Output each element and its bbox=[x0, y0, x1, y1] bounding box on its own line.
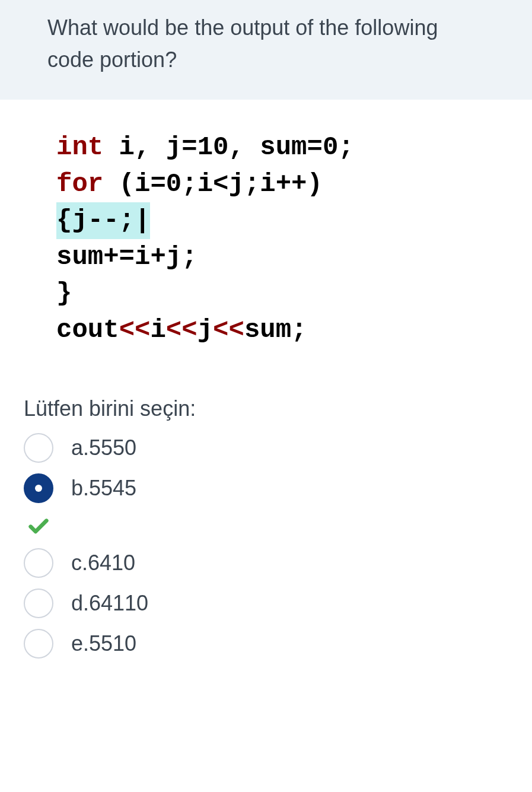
code-text: } bbox=[56, 278, 72, 308]
option-c[interactable]: c.6410 bbox=[24, 548, 508, 578]
option-e[interactable]: e.5510 bbox=[24, 629, 508, 659]
radio-a[interactable] bbox=[24, 433, 53, 463]
code-operator: << bbox=[166, 315, 197, 345]
option-label-e: e.5510 bbox=[71, 631, 136, 656]
radio-c[interactable] bbox=[24, 548, 53, 578]
code-block: int i, j=10, sum=0; for (i=0;i<j;i++) {j… bbox=[47, 117, 502, 361]
code-highlighted: {j--;| bbox=[56, 202, 150, 239]
question-text: What would be the output of the followin… bbox=[0, 0, 532, 100]
code-operator: << bbox=[213, 315, 244, 345]
radio-d[interactable] bbox=[24, 589, 53, 618]
code-keyword: int bbox=[56, 132, 103, 162]
answer-prompt: Lütfen birini seçin: bbox=[24, 396, 508, 421]
code-operator: << bbox=[119, 315, 151, 345]
radio-e[interactable] bbox=[24, 629, 53, 659]
option-label-a: a.5550 bbox=[71, 435, 136, 460]
option-label-c: c.6410 bbox=[71, 551, 135, 575]
code-text: sum+=i+j; bbox=[56, 242, 197, 272]
correct-indicator bbox=[27, 514, 508, 537]
code-text: i, j=10, sum=0; bbox=[103, 132, 353, 162]
option-label-d: d.64110 bbox=[71, 591, 148, 616]
code-text: cout bbox=[56, 315, 119, 345]
code-text: i bbox=[150, 315, 165, 345]
radio-b[interactable] bbox=[24, 473, 53, 503]
code-text: j bbox=[197, 315, 213, 345]
code-keyword: for bbox=[56, 169, 103, 199]
option-label-b: b.5545 bbox=[71, 476, 136, 501]
code-text: (i=0;i<j;i++) bbox=[103, 169, 323, 199]
checkmark-icon bbox=[27, 514, 50, 537]
radio-inner-dot bbox=[35, 485, 42, 492]
answer-section: Lütfen birini seçin: a.5550 b.5545 c.641… bbox=[0, 378, 532, 693]
code-text: sum; bbox=[244, 315, 307, 345]
option-d[interactable]: d.64110 bbox=[24, 589, 508, 618]
option-b[interactable]: b.5545 bbox=[24, 473, 508, 503]
option-a[interactable]: a.5550 bbox=[24, 433, 508, 463]
